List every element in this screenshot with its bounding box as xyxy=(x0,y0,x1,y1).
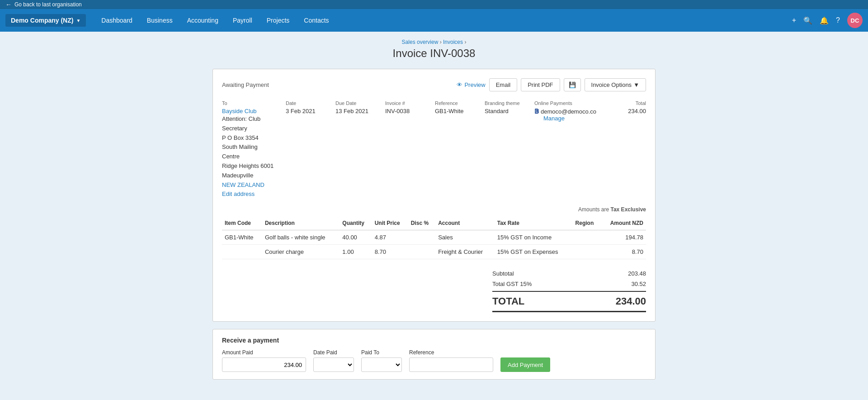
reference-col: Reference GB1-White xyxy=(435,100,471,199)
online-payments-label: Online Payments xyxy=(534,100,596,106)
grand-total-row: TOTAL 234.00 xyxy=(492,291,646,312)
paypal-icon: 𝔹 xyxy=(534,108,539,115)
help-icon[interactable]: ? xyxy=(836,16,840,24)
email-button[interactable]: Email xyxy=(489,78,518,91)
row1-description: Golf balls - white single xyxy=(262,230,340,245)
bell-icon[interactable]: 🔔 xyxy=(820,16,829,25)
add-payment-button[interactable]: Add Payment xyxy=(500,357,550,372)
paid-to-select[interactable] xyxy=(361,357,402,372)
to-label: To xyxy=(222,100,277,106)
row1-amount: 194.78 xyxy=(601,230,646,245)
row2-item-code xyxy=(222,245,262,259)
col-disc: Disc % xyxy=(408,216,435,230)
date-col: Date 3 Feb 2021 xyxy=(286,100,322,199)
reference-group: Reference xyxy=(409,349,493,372)
table-row: Courier charge 1.00 8.70 Freight & Couri… xyxy=(222,245,646,259)
grand-total-value: 234.00 xyxy=(616,295,646,307)
invoice-num-col: Invoice # INV-0038 xyxy=(385,100,421,199)
row1-tax-rate: 15% GST on Income xyxy=(495,230,573,245)
reference-label: Reference xyxy=(409,349,493,356)
client-country[interactable]: NEW ZEALAND xyxy=(222,181,264,188)
col-unit-price: Unit Price xyxy=(372,216,408,230)
col-item-code: Item Code xyxy=(222,216,262,230)
row2-amount: 8.70 xyxy=(601,245,646,259)
payment-fields: Amount Paid Date Paid Paid To Reference … xyxy=(222,349,646,372)
gst-label: Total GST 15% xyxy=(492,281,532,287)
row2-account: Freight & Courier xyxy=(435,245,495,259)
row2-description: Courier charge xyxy=(262,245,340,259)
row1-region xyxy=(573,230,601,245)
amount-paid-label: Amount Paid xyxy=(222,349,306,356)
payment-card: Receive a payment Amount Paid Date Paid … xyxy=(212,329,656,380)
back-link[interactable]: ← Go back to last organisation xyxy=(5,1,82,8)
due-date-col: Due Date 13 Feb 2021 xyxy=(335,100,372,199)
nav-contacts[interactable]: Contacts xyxy=(297,13,335,28)
row2-tax-rate: 15% GST on Expenses xyxy=(495,245,573,259)
invoice-header: To Bayside Club Attention: Club Secretar… xyxy=(222,100,646,199)
paypal-email: democo@democo.co xyxy=(541,108,596,115)
date-label: Date xyxy=(286,100,322,106)
col-tax-rate: Tax Rate xyxy=(495,216,573,230)
totals-section: Subtotal 203.48 Total GST 15% 30.52 TOTA… xyxy=(222,268,646,312)
nav-projects[interactable]: Projects xyxy=(260,13,296,28)
tax-note: Amounts are Tax Exclusive xyxy=(222,206,646,213)
back-arrow-icon: ← xyxy=(5,1,12,8)
col-account: Account xyxy=(435,216,495,230)
address-line-1: Attention: Club Secretary xyxy=(222,114,277,133)
tax-exclusive-text: Tax Exclusive xyxy=(611,206,646,213)
back-label: Go back to last organisation xyxy=(14,1,82,8)
breadcrumb-sep1: › xyxy=(440,39,443,45)
paid-to-label: Paid To xyxy=(361,349,402,356)
date-paid-select[interactable] xyxy=(313,357,354,372)
branding-label: Branding theme xyxy=(485,100,521,106)
col-description: Description xyxy=(262,216,340,230)
nav-links: Dashboard Business Accounting Payroll Pr… xyxy=(95,13,792,28)
edit-address-link[interactable]: Edit address xyxy=(222,190,255,197)
invoice-num-label: Invoice # xyxy=(385,100,421,106)
preview-button[interactable]: 👁 Preview xyxy=(457,81,485,88)
invoice-options-button[interactable]: Invoice Options ▼ xyxy=(585,78,646,91)
preview-label: Preview xyxy=(464,81,485,88)
address-line-3: South Mailing Centre xyxy=(222,143,277,162)
to-section: To Bayside Club Attention: Club Secretar… xyxy=(222,100,277,199)
nav-dashboard[interactable]: Dashboard xyxy=(95,13,139,28)
status-bar: Awaiting Payment 👁 Preview Email Print P… xyxy=(222,78,646,91)
avatar[interactable]: DC xyxy=(847,13,863,28)
branding-col: Branding theme Standard xyxy=(485,100,521,199)
invoice-num-value: INV-0038 xyxy=(385,108,421,114)
nav-bar: Demo Company (NZ) ▼ Dashboard Business A… xyxy=(0,9,868,32)
manage-link[interactable]: Manage xyxy=(543,115,565,122)
page-title: Invoice INV-0038 xyxy=(0,47,868,60)
paypal-row: 𝔹 democo@democo.co xyxy=(534,108,596,115)
row2-quantity: 1.00 xyxy=(340,245,372,259)
action-buttons: 👁 Preview Email Print PDF 💾 Invoice Opti… xyxy=(457,78,646,91)
company-button[interactable]: Demo Company (NZ) ▼ xyxy=(5,14,86,27)
row1-account: Sales xyxy=(435,230,495,245)
branding-value: Standard xyxy=(485,108,521,114)
nav-accounting[interactable]: Accounting xyxy=(181,13,225,28)
breadcrumb-invoices[interactable]: Invoices xyxy=(443,39,463,45)
amount-paid-input[interactable] xyxy=(222,357,306,372)
add-icon[interactable]: + xyxy=(792,16,796,24)
line-items-table: Item Code Description Quantity Unit Pric… xyxy=(222,216,646,259)
col-amount: Amount NZD xyxy=(601,216,646,230)
due-date-label: Due Date xyxy=(335,100,372,106)
nav-business[interactable]: Business xyxy=(141,13,179,28)
reference-input[interactable] xyxy=(409,357,493,372)
total-value: 234.00 xyxy=(610,108,646,114)
breadcrumb-sales[interactable]: Sales overview xyxy=(402,39,439,45)
tax-note-text: Amounts are xyxy=(578,206,609,213)
row2-unit-price: 8.70 xyxy=(372,245,408,259)
reference-label: Reference xyxy=(435,100,471,106)
col-region: Region xyxy=(573,216,601,230)
breadcrumb-area: Sales overview › Invoices › Invoice INV-… xyxy=(0,32,868,62)
date-paid-label: Date Paid xyxy=(313,349,354,356)
total-col: Total 234.00 xyxy=(610,100,646,199)
client-name[interactable]: Bayside Club xyxy=(222,108,257,114)
share-button[interactable]: 💾 xyxy=(564,78,581,91)
search-icon[interactable]: 🔍 xyxy=(803,16,812,25)
nav-payroll[interactable]: Payroll xyxy=(226,13,259,28)
amount-paid-group: Amount Paid xyxy=(222,349,306,372)
eye-icon: 👁 xyxy=(457,81,462,88)
print-pdf-button[interactable]: Print PDF xyxy=(521,78,560,91)
